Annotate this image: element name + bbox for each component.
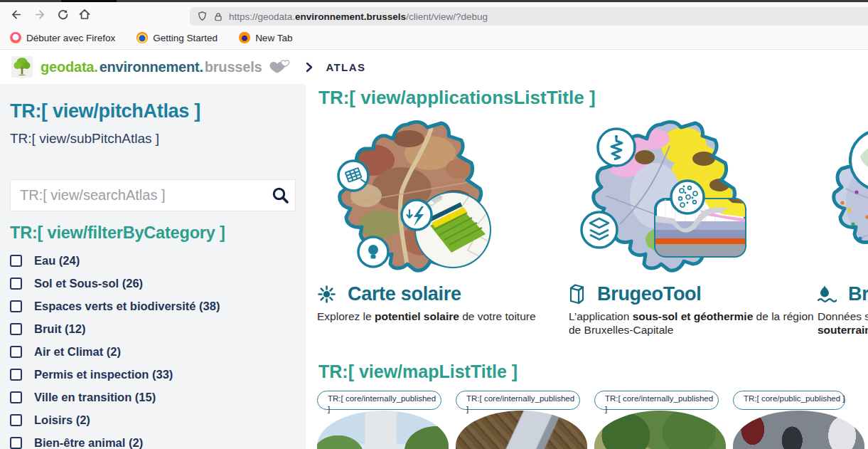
map-card-2[interactable]: TR:[ core/internally_published] bbox=[456, 386, 591, 449]
category-row-espaces-verts[interactable]: Espaces verts et biodiversité (38) bbox=[10, 300, 296, 313]
sidebar: TR:[ view/pitchAtlas ] TR:[ view/subPitc… bbox=[0, 84, 306, 449]
brugeotool-illustration bbox=[577, 117, 755, 274]
category-label: Air et Climat (2) bbox=[34, 345, 121, 359]
sidebar-title: TR:[ view/pitchAtlas ] bbox=[10, 100, 296, 122]
category-label: Ville en transition (15) bbox=[34, 391, 156, 404]
category-label: Bruit (12) bbox=[34, 322, 85, 336]
checkbox[interactable] bbox=[10, 323, 22, 335]
checkbox[interactable] bbox=[10, 255, 22, 267]
forward-arrow-icon bbox=[36, 11, 43, 18]
bookmark-debuter-avec-firefox[interactable]: Débuter avec Firefox bbox=[10, 32, 115, 43]
publish-status-badge: TR:[ core/internally_published] bbox=[317, 391, 441, 410]
browser-window: https://geodata.environnement.brussels/c… bbox=[0, 0, 868, 449]
url-domain: environnement.brussels bbox=[295, 11, 406, 22]
desc-bold: sous-sol et géothermie bbox=[633, 310, 754, 322]
url-path: /client/view/?debug bbox=[406, 11, 488, 22]
back-button[interactable] bbox=[6, 5, 25, 23]
category-row-eau[interactable]: Eau (24) bbox=[10, 254, 296, 268]
bulb-badge bbox=[358, 237, 388, 267]
map-card-4[interactable]: TR:[ core/public_published ] bbox=[733, 386, 868, 449]
category-row-bruit[interactable]: Bruit (12) bbox=[10, 322, 296, 336]
logo-environnement: environnement. bbox=[100, 59, 203, 75]
bookmark-new-tab[interactable]: New Tab bbox=[239, 32, 292, 43]
layers-badge bbox=[582, 212, 617, 248]
sidebar-subtitle: TR:[ view/subPitchAtlas ] bbox=[10, 131, 296, 147]
app-card-brugeotool[interactable]: BrugeoTool L’application sous-sol et géo… bbox=[569, 117, 814, 352]
tree-icon bbox=[11, 55, 33, 79]
app-description: Explorez le potentiel solaire de votre t… bbox=[317, 310, 555, 323]
map-thumbnail-traffic bbox=[733, 411, 864, 449]
brussels-heart-icon bbox=[269, 59, 290, 75]
bookmark-getting-started[interactable]: Getting Started bbox=[136, 32, 218, 43]
bookmarks-toolbar: Débuter avec Firefox Getting Started New… bbox=[0, 26, 868, 50]
firefox-bookmark-icon bbox=[136, 32, 148, 43]
desc-bold: potentiel solaire bbox=[375, 310, 459, 322]
water-drop-icon bbox=[818, 285, 837, 303]
map-list-title: TR:[ view/mapListTitle ] bbox=[318, 361, 518, 382]
map-thumbnail-soil-sampling bbox=[456, 411, 587, 449]
map-card-3[interactable]: TR:[ core/internally_published] bbox=[594, 386, 729, 449]
desc-bold: souterrain bbox=[818, 324, 868, 336]
solar-panel-badge bbox=[338, 161, 368, 191]
app-card-bruwater-partial[interactable]: Bru Données susouterrain bbox=[818, 117, 868, 352]
category-label: Eau (24) bbox=[34, 254, 80, 268]
browser-toolbar: https://geodata.environnement.brussels/c… bbox=[0, 2, 868, 26]
category-row-permis-et-inspection[interactable]: Permis et inspection (33) bbox=[10, 368, 296, 381]
app-title-carte-solaire: Carte solaire bbox=[348, 283, 461, 305]
carte-solaire-illustration bbox=[323, 117, 501, 274]
filter-by-category-title: TR:[ view/filterByCategory ] bbox=[10, 223, 296, 243]
map-card-1[interactable]: TR:[ core/internally_published] bbox=[317, 386, 452, 449]
bookmark-label: Getting Started bbox=[153, 33, 218, 43]
checkbox[interactable] bbox=[10, 278, 22, 290]
search-box bbox=[10, 179, 296, 211]
checkbox[interactable] bbox=[10, 346, 22, 358]
lightning-badge bbox=[402, 200, 432, 230]
app-description: L’application sous-sol et géothermie de … bbox=[569, 310, 814, 337]
map-thumbnail-park bbox=[594, 411, 726, 449]
cube-icon bbox=[569, 282, 586, 305]
bookmark-label: Débuter avec Firefox bbox=[26, 33, 115, 43]
desc-text: Données su bbox=[818, 310, 868, 323]
forward-button[interactable] bbox=[31, 5, 49, 23]
checkbox[interactable] bbox=[10, 437, 22, 449]
app-card-carte-solaire[interactable]: Carte solaire Explorez le potentiel sola… bbox=[317, 117, 555, 352]
back-arrow-icon bbox=[12, 11, 19, 18]
badge-text-wrap: ] bbox=[605, 404, 713, 415]
category-row-loisirs[interactable]: Loisirs (2) bbox=[10, 413, 296, 427]
badge-text-wrap: ] bbox=[466, 404, 574, 415]
badge-text-wrap: ] bbox=[328, 404, 436, 415]
category-label: Permis et inspection (33) bbox=[34, 368, 173, 381]
home-button[interactable] bbox=[75, 5, 94, 23]
category-label: Sol et Sous-sol (26) bbox=[34, 277, 143, 290]
checkbox[interactable] bbox=[10, 300, 22, 312]
site-logo[interactable]: geodata. environnement. brussels bbox=[11, 55, 290, 79]
category-label: Bien-être animal (2) bbox=[34, 436, 143, 449]
drill-badge bbox=[598, 129, 635, 166]
sun-icon bbox=[317, 285, 336, 304]
breadcrumb-chevron-icon bbox=[306, 62, 313, 73]
checkbox[interactable] bbox=[10, 414, 22, 426]
applications-list-title: TR:[ view/applicationsListTitle ] bbox=[318, 87, 596, 109]
desc-text: de votre toiture bbox=[459, 310, 536, 322]
reload-button[interactable] bbox=[53, 5, 72, 23]
checkbox[interactable] bbox=[10, 391, 22, 403]
site-header: geodata. environnement. brussels ATLAS bbox=[0, 50, 868, 84]
gravel-badge bbox=[671, 181, 704, 213]
publish-status-badge: TR:[ core/internally_published] bbox=[594, 391, 719, 410]
category-label: Espaces verts et biodiversité (38) bbox=[34, 300, 220, 313]
category-row-air-et-climat[interactable]: Air et Climat (2) bbox=[10, 345, 296, 359]
category-row-sol-et-sous-sol[interactable]: Sol et Sous-sol (26) bbox=[10, 277, 296, 290]
desc-text: L’application bbox=[569, 310, 633, 322]
bookmark-label: New Tab bbox=[255, 33, 292, 43]
category-row-ville-en-transition[interactable]: Ville en transition (15) bbox=[10, 391, 296, 404]
breadcrumb-atlas[interactable]: ATLAS bbox=[326, 61, 365, 73]
url-bar[interactable]: https://geodata.environnement.brussels/c… bbox=[190, 7, 868, 26]
app-title-brugeotool: BrugeoTool bbox=[597, 283, 701, 305]
publish-status-badge: TR:[ core/internally_published] bbox=[456, 391, 580, 410]
search-icon bbox=[271, 186, 290, 205]
search-button[interactable] bbox=[270, 186, 290, 206]
checkbox[interactable] bbox=[10, 369, 22, 381]
search-input[interactable] bbox=[10, 179, 296, 211]
shield-icon bbox=[197, 11, 208, 22]
category-row-bien-etre-animal[interactable]: Bien-être animal (2) bbox=[10, 436, 296, 449]
